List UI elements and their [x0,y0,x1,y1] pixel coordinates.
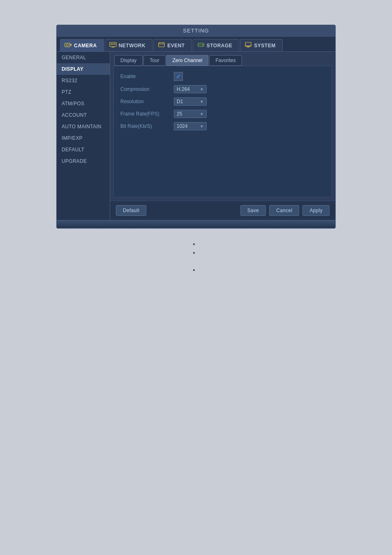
notes-area [158,229,234,290]
note-item-1 [199,241,201,247]
bit-rate-dropdown-icon: ▼ [199,123,205,129]
sub-tab-favorites[interactable]: Favorites [209,55,242,66]
tab-camera[interactable]: CAMERA [60,39,104,51]
enable-row: Enable [120,72,325,81]
bit-rate-row: Bit Rate(Kb/S) 1024 ▼ [120,122,325,130]
resolution-select[interactable]: D1 ▼ [174,97,207,106]
bit-rate-control: 1024 ▼ [174,122,207,130]
frame-rate-control: 25 ▼ [174,110,207,118]
svg-point-8 [114,44,115,45]
tab-event-label: EVENT [167,43,185,49]
compression-control: H.264 ▼ [174,85,207,93]
sidebar-item-rs232[interactable]: RS232 [57,75,110,86]
sidebar-item-auto-maintain[interactable]: AUTO MAINTAIN [57,121,110,132]
content-panel: Display Tour Zero Channel Favorites [110,52,335,220]
camera-icon [65,42,72,49]
sidebar-item-account[interactable]: ACCOUNT [57,109,110,121]
bit-rate-select[interactable]: 1024 ▼ [174,122,207,130]
save-button[interactable]: Save [240,205,266,216]
setting-window: SETTING CAMERA [56,25,336,229]
sidebar-item-general[interactable]: GENERAL [57,52,110,63]
tab-network-label: NETWORK [119,43,146,49]
enable-checkbox[interactable] [174,72,183,81]
tab-system-label: SYSTEM [254,43,275,49]
svg-rect-0 [65,43,70,47]
svg-point-14 [202,44,203,46]
system-icon [244,42,252,49]
tab-system[interactable]: SYSTEM [240,39,282,51]
event-icon [158,42,165,49]
sub-tab-tour[interactable]: Tour [143,55,165,66]
frame-rate-label: Frame Rate(FPS) [120,111,174,117]
window-title: SETTING [183,28,209,34]
page-wrapper: SETTING CAMERA [0,0,392,290]
cancel-button[interactable]: Cancel [269,205,299,216]
svg-point-2 [67,44,69,46]
sidebar-item-ptz[interactable]: PTZ [57,86,110,98]
note-item-2 [199,250,201,256]
tab-event[interactable]: EVENT [153,39,192,51]
main-content: GENERAL DISPLAY RS232 PTZ ATM/POS ACCOUN… [57,52,335,220]
svg-rect-9 [159,43,164,47]
bit-rate-label: Bit Rate(Kb/S) [120,123,174,129]
svg-point-6 [111,44,112,45]
default-button[interactable]: Default [116,205,146,216]
compression-label: Compression [120,86,174,92]
resolution-control: D1 ▼ [174,97,207,106]
sidebar: GENERAL DISPLAY RS232 PTZ ATM/POS ACCOUN… [57,52,110,220]
resolution-label: Resolution [120,99,174,104]
tab-camera-label: CAMERA [74,43,97,49]
apply-button[interactable]: Apply [302,205,330,216]
compression-row: Compression H.264 ▼ [120,85,325,93]
sidebar-item-upgrade[interactable]: UPGRADE [57,155,110,167]
frame-rate-row: Frame Rate(FPS) 25 ▼ [120,110,325,118]
sidebar-item-default[interactable]: DEFAULT [57,144,110,155]
network-icon [109,42,117,49]
sub-tab-display[interactable]: Display [114,55,143,66]
svg-marker-1 [70,44,71,46]
resolution-dropdown-icon: ▼ [199,99,205,104]
footer-strip [57,220,335,228]
frame-rate-select[interactable]: 25 ▼ [174,110,207,118]
sub-tabs: Display Tour Zero Channel Favorites [110,52,335,66]
svg-rect-18 [247,46,249,47]
bottom-bar: Default Save Cancel Apply [110,201,335,220]
enable-label: Enable [120,74,174,79]
sidebar-item-imp-exp[interactable]: IMP/EXP [57,132,110,144]
tab-storage[interactable]: STORAGE [193,39,240,51]
enable-control [174,72,183,81]
compression-select[interactable]: H.264 ▼ [174,85,207,93]
sidebar-item-display[interactable]: DISPLAY [57,63,110,75]
frame-rate-dropdown-icon: ▼ [199,111,205,117]
tab-network[interactable]: NETWORK [105,39,153,51]
sidebar-item-atmpos[interactable]: ATM/POS [57,98,110,109]
btn-group-right: Save Cancel Apply [240,205,330,216]
resolution-row: Resolution D1 ▼ [120,97,325,106]
note-item-3 [199,267,201,273]
sub-tab-zero-channel[interactable]: Zero Channel [166,55,209,66]
form-area: Enable Compression H.264 ▼ [113,66,332,197]
tab-storage-label: STORAGE [207,43,233,49]
compression-dropdown-icon: ▼ [199,86,205,92]
title-bar: SETTING [57,25,335,37]
storage-icon [197,42,205,49]
nav-tabs: CAMERA NETWORK [57,37,335,52]
svg-point-7 [112,44,113,45]
